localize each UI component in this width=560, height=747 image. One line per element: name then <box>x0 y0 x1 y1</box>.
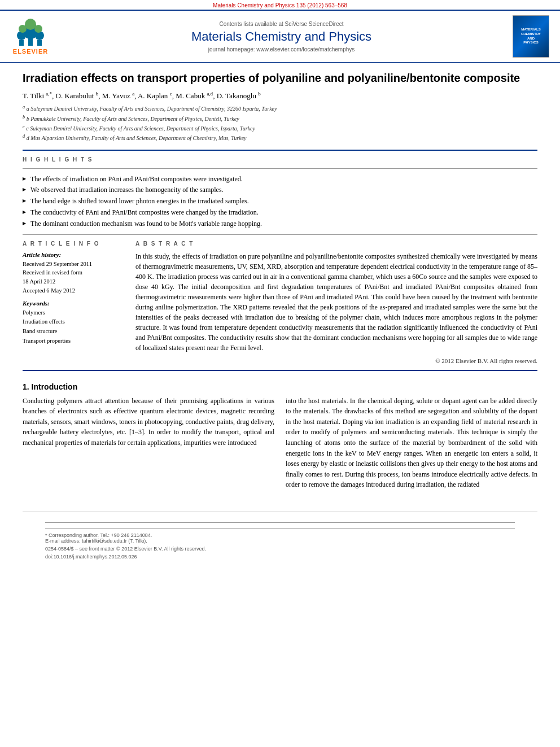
svg-point-7 <box>19 25 27 33</box>
affiliation-b: b b Pamukkale University, Faculty of Art… <box>23 114 537 123</box>
article-history: Article history: Received 29 September 2… <box>23 251 124 295</box>
highlight-item-3: The band edge is shifted toward lower ph… <box>23 196 537 206</box>
history-label: Article history: <box>23 251 124 258</box>
article-info-label: A R T I C L E I N F O <box>23 241 124 247</box>
page-wrapper: Materials Chemistry and Physics 135 (201… <box>0 0 560 575</box>
svg-rect-1 <box>37 40 42 46</box>
footer-contact: * Corresponding author. Tel.: +90 246 21… <box>45 528 515 544</box>
keyword-2: Irradiation effects <box>23 317 124 327</box>
highlights-top-divider <box>23 168 537 169</box>
intro-right-text: into the host materials. In the chemical… <box>286 396 537 490</box>
info-abstract-section: A R T I C L E I N F O Article history: R… <box>23 241 537 364</box>
sciverse-line: Contents lists available at SciVerse Sci… <box>59 21 504 27</box>
introduction-columns: Conducting polymers attract attention be… <box>23 396 537 495</box>
introduction-heading: 1. Introduction <box>23 382 537 391</box>
intro-left-paragraph: Conducting polymers attract attention be… <box>23 396 274 448</box>
intro-right-paragraph: into the host materials. In the chemical… <box>286 396 537 490</box>
elsevier-brand: ELSEVIER <box>13 48 48 55</box>
abstract-label: A B S T R A C T <box>135 241 537 247</box>
authors: T. Tilki a,*, O. Karabulut b, M. Yavuz a… <box>23 91 537 101</box>
keywords-group: Keywords: Polymers Irradiation effects B… <box>23 300 124 346</box>
highlight-item-2: We observed that irradiation increases t… <box>23 185 537 195</box>
accepted-date: Accepted 6 May 2012 <box>23 286 124 295</box>
highlight-item-1: The effects of irradiation on PAni and P… <box>23 174 537 184</box>
intro-left-text: Conducting polymers attract attention be… <box>23 396 274 448</box>
journal-cover: MATERIALSCHEMISTRYANDPHYSICS <box>510 15 552 58</box>
revised-date: 18 April 2012 <box>23 277 124 286</box>
highlight-item-4: The conductivity of PAni and PAni/Bnt co… <box>23 208 537 217</box>
journal-homepage: journal homepage: www.elsevier.com/locat… <box>59 46 504 53</box>
copyright: © 2012 Elsevier B.V. All rights reserved… <box>135 357 537 364</box>
keyword-4: Transport properties <box>23 337 124 346</box>
svg-point-8 <box>34 25 42 33</box>
elsevier-tree-icon <box>14 19 47 47</box>
citation-text: Materials Chemistry and Physics 135 (201… <box>213 2 347 8</box>
footer-issn: 0254-0584/$ – see front matter © 2012 El… <box>45 546 515 552</box>
keywords-label: Keywords: <box>23 300 124 307</box>
journal-header: ELSEVIER Contents lists available at Sci… <box>0 10 560 63</box>
footer-divider <box>45 522 515 523</box>
affiliation-d: d d Mus Alparslan University, Faculty of… <box>23 133 537 142</box>
keyword-3: Band structure <box>23 327 124 337</box>
cover-text: MATERIALSCHEMISTRYANDPHYSICS <box>521 28 541 45</box>
svg-rect-0 <box>19 40 24 46</box>
abstract-col: A B S T R A C T In this study, the effec… <box>135 241 537 364</box>
footer-star-note: * Corresponding author. Tel.: +90 246 21… <box>45 532 515 538</box>
abstract-paragraph: In this study, the effects of irradiatio… <box>135 251 537 353</box>
footer-email: E-mail address: tahirtilki@sdu.edu.tr (T… <box>45 538 515 544</box>
main-content: Irradiation effects on transport propert… <box>0 63 560 575</box>
section-divider <box>23 370 537 371</box>
introduction-section: 1. Introduction Conducting polymers attr… <box>23 382 537 495</box>
svg-point-6 <box>25 19 36 30</box>
intro-col-right: into the host materials. In the chemical… <box>286 396 537 495</box>
revised-label: Received in revised form <box>23 268 124 277</box>
journal-center: Contents lists available at SciVerse Sci… <box>59 21 504 53</box>
highlights-bottom-divider <box>23 234 537 235</box>
affiliations: a a Suleyman Demirel University, Faculty… <box>23 104 537 142</box>
highlights-label: H I G H L I G H T S <box>23 156 537 163</box>
article-title: Irradiation effects on transport propert… <box>23 71 537 85</box>
keywords-list: Polymers Irradiation effects Band struct… <box>23 308 124 346</box>
cover-image: MATERIALSCHEMISTRYANDPHYSICS <box>513 15 549 58</box>
header-divider <box>23 150 537 151</box>
journal-citation: Materials Chemistry and Physics 135 (201… <box>0 0 560 10</box>
page-footer: * Corresponding author. Tel.: +90 246 21… <box>23 512 537 564</box>
article-info-col: A R T I C L E I N F O Article history: R… <box>23 241 124 364</box>
intro-col-left: Conducting polymers attract attention be… <box>23 396 274 495</box>
footer-doi: doi:10.1016/j.matchemphys.2012.05.026 <box>45 554 515 560</box>
elsevier-logo: ELSEVIER <box>8 19 53 55</box>
highlights-list: The effects of irradiation on PAni and P… <box>23 174 537 229</box>
affiliation-c: c c Suleyman Demirel University, Faculty… <box>23 124 537 133</box>
abstract-text: In this study, the effects of irradiatio… <box>135 251 537 353</box>
highlight-item-5: The dominant conduction mechanism was fo… <box>23 219 537 229</box>
received-date: Received 29 September 2011 <box>23 260 124 269</box>
keyword-1: Polymers <box>23 308 124 318</box>
journal-title: Materials Chemistry and Physics <box>59 29 504 44</box>
affiliation-a: a a Suleyman Demirel University, Faculty… <box>23 104 537 113</box>
